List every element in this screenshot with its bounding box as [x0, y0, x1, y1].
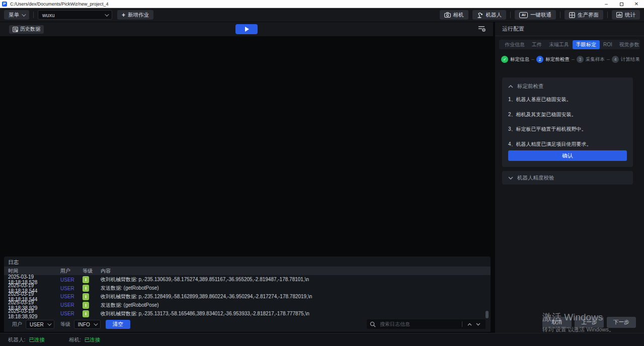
history-data-icon: [13, 27, 18, 32]
production-icon: [569, 12, 575, 18]
clear-log-button[interactable]: 清空: [106, 320, 130, 329]
camera-status-value: 已连接: [85, 336, 101, 343]
user-filter-label: 用户: [12, 321, 22, 328]
camera-icon: [444, 12, 451, 18]
close-button[interactable]: ✕: [629, 0, 644, 8]
window-controls: – ✕: [599, 0, 644, 8]
log-content: 收到机械臂数据: p,-235.130639,-58.175274,389.85…: [101, 276, 487, 283]
step-done-icon: ✓: [501, 56, 508, 63]
run-config-title: 运行配置: [502, 25, 524, 33]
pre-check-card-header[interactable]: 标定前检查: [502, 77, 633, 93]
chevron-down-icon: [105, 12, 109, 16]
production-view-button[interactable]: 生产界面: [565, 10, 603, 20]
main-viewport: 历史数据 日志 时间 用户 等级 内容 2025-03-19 18:18:18,…: [0, 22, 493, 333]
restore-icon: [620, 3, 623, 6]
robot-label: 机器人: [486, 12, 502, 19]
log-user: USER: [60, 302, 83, 308]
robot-status-label: 机器人:: [8, 336, 25, 343]
step-compute-result[interactable]: 4 计算结果: [612, 56, 640, 63]
history-data-label: 历史数据: [20, 26, 40, 33]
tab-workpiece[interactable]: 工件: [528, 40, 545, 49]
log-search-box: [367, 319, 486, 329]
log-table-header: 时间 用户 等级 内容: [4, 267, 491, 275]
chevron-down-icon: [22, 12, 26, 16]
log-row: 2025-03-19 18:18:18,544 USER I 收到机械臂数据: …: [4, 293, 487, 301]
production-view-label: 生产界面: [578, 12, 599, 19]
log-content: 发送数据: (getRobotPose): [101, 302, 487, 309]
log-level-badge: I: [83, 276, 89, 283]
menu-dropdown[interactable]: 菜单: [4, 10, 29, 20]
robot-status-value: 已连接: [29, 336, 45, 343]
user-filter-select[interactable]: USER: [26, 320, 54, 329]
add-job-button[interactable]: + 新增作业: [117, 10, 153, 20]
level-filter-label: 等级: [60, 321, 70, 328]
tab-hand-eye-calibration[interactable]: 手眼标定: [573, 40, 600, 49]
app-icon-letter: P: [3, 2, 6, 6]
level-filter-value: INFO: [78, 322, 90, 327]
one-key-connect-button[interactable]: AI 一键联通: [515, 10, 556, 20]
checklist-item: 2、相机及其支架已稳固安装。: [502, 111, 633, 118]
top-toolbar: 菜单 wuxu + 新增作业 相机 机器人 AI 一键联通: [0, 8, 644, 22]
run-button[interactable]: [235, 24, 258, 34]
robot-icon: [477, 12, 484, 18]
log-controls: 用户 USER 等级 INFO 清空: [4, 319, 491, 330]
cancel-button[interactable]: 取消: [542, 317, 572, 328]
minimize-button[interactable]: –: [599, 0, 614, 8]
divider: [607, 12, 608, 18]
log-user: USER: [60, 294, 83, 299]
log-user: USER: [60, 277, 83, 283]
robot-accuracy-header[interactable]: 机器人精度校验: [502, 171, 633, 185]
chevron-down-icon: [94, 321, 98, 325]
log-row: 2025-03-19 18:18:38,929 USER I 发送数据: (ge…: [4, 301, 487, 309]
level-filter-select[interactable]: INFO: [74, 320, 101, 329]
step-calibration-info[interactable]: ✓ 标定信息: [501, 56, 529, 63]
ai-icon: AI: [519, 12, 528, 18]
chevron-up-icon: [467, 323, 472, 326]
log-row: 2025-03-19 18:18:18,544 USER I 发送数据: (ge…: [4, 284, 487, 293]
log-user: USER: [60, 286, 83, 291]
checklist-item: 4、机器人精度已满足项目使用要求。: [502, 141, 633, 148]
log-time: 2025-03-19 18:18:38,929: [4, 308, 60, 319]
menu-label: 菜单: [9, 12, 19, 19]
next-step-button[interactable]: 下一步: [607, 317, 636, 328]
step-number: 3: [577, 56, 584, 63]
column-header-time: 时间: [4, 268, 60, 275]
search-prev-button[interactable]: [465, 323, 474, 326]
log-panel-title: 日志: [8, 259, 19, 266]
search-next-button[interactable]: [474, 323, 482, 326]
step-number: 2: [536, 56, 543, 63]
step-pre-check[interactable]: 2 标定前检查: [536, 56, 570, 63]
statistics-button[interactable]: 统计: [612, 10, 640, 20]
log-row: 2025-03-19 18:18:18,528 USER I 收到机械臂数据: …: [4, 276, 487, 284]
titlebar: P C:/Users/dex/Documents/PickWiz/new_pro…: [0, 0, 644, 8]
play-icon: [245, 27, 249, 32]
job-select[interactable]: wuxu: [38, 10, 112, 20]
stats-icon: [616, 12, 622, 18]
divider: [462, 321, 462, 327]
robot-button[interactable]: 机器人: [472, 10, 507, 20]
toolbar-right-group: 相机 机器人 AI 一键联通 生产界面 统计: [440, 10, 644, 20]
camera-button[interactable]: 相机: [440, 10, 468, 20]
plus-icon: +: [122, 12, 125, 18]
config-tabs: 作业信息 工件 末端工具 手眼标定 ROI 视觉参数: [499, 40, 640, 49]
tab-vision-params[interactable]: 视觉参数: [616, 40, 643, 49]
log-level-badge: I: [83, 285, 89, 292]
column-header-user: 用户: [60, 268, 83, 275]
statistics-label: 统计: [625, 12, 635, 19]
robot-accuracy-title: 机器人精度校验: [517, 175, 554, 182]
tab-job-info[interactable]: 作业信息: [501, 40, 528, 49]
step-connector: [531, 59, 534, 60]
restore-button[interactable]: [614, 0, 629, 8]
chevron-down-icon: [508, 177, 513, 180]
log-search-input[interactable]: [380, 321, 459, 327]
step-collect-samples[interactable]: 3 采集样本: [577, 56, 605, 63]
column-header-level: 等级: [83, 268, 101, 275]
tab-roi[interactable]: ROI: [600, 41, 616, 48]
log-scrollbar[interactable]: [486, 311, 489, 318]
tab-end-tool[interactable]: 末端工具: [545, 40, 573, 49]
confirm-button[interactable]: 确认: [508, 150, 627, 161]
prev-step-button[interactable]: 上一步: [575, 317, 604, 328]
pre-check-title: 标定前检查: [517, 83, 544, 90]
log-settings-button[interactable]: [478, 25, 486, 32]
history-data-button[interactable]: 历史数据: [9, 25, 44, 34]
